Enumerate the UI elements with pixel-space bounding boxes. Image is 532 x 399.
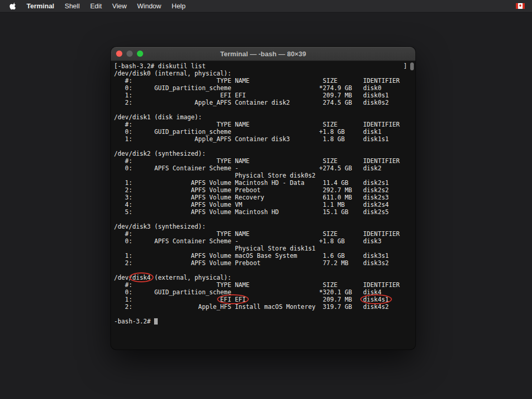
menu-bar: TerminalShellEditViewWindowHelp <box>0 0 532 13</box>
terminal-line: #: TYPE NAME SIZE IDENTIFIER <box>114 157 408 165</box>
terminal-line: 2: Apple_HFS Install macOS Monterey 319.… <box>114 303 408 310</box>
zoom-button[interactable] <box>137 51 143 57</box>
terminal-line: /dev/disk3 (synthesized): <box>114 223 408 230</box>
terminal-line: #: TYPE NAME SIZE IDENTIFIER <box>114 121 408 128</box>
terminal-line: Physical Store disk0s2 <box>114 172 408 179</box>
terminal-line: 0: APFS Container Scheme - +1.8 GB disk3 <box>114 238 408 245</box>
terminal-window: Terminal — -bash — 80×39 [-bash-3.2# dis… <box>111 47 415 350</box>
menu-item-help[interactable]: Help <box>167 0 191 13</box>
window-title: Terminal — -bash — 80×39 <box>111 50 415 58</box>
terminal-line <box>114 216 408 223</box>
menu-item-window[interactable]: Window <box>132 0 167 13</box>
terminal-line: #: TYPE NAME SIZE IDENTIFIER <box>114 77 408 84</box>
terminal-line: /dev/disk1 (disk image): <box>114 114 408 121</box>
terminal-cursor <box>154 318 158 325</box>
terminal-line: 1: EFI EFI 209.7 MB disk0s1 <box>114 92 408 99</box>
red-oval-annotation: EFI EFI <box>220 296 246 303</box>
terminal-line: 5: APFS Volume Macintosh HD 15.1 GB disk… <box>114 208 408 216</box>
terminal-title-bar[interactable]: Terminal — -bash — 80×39 <box>111 47 415 61</box>
red-oval-annotation: disk4s1 <box>363 296 389 303</box>
input-menu-canada-flag[interactable] <box>516 3 525 9</box>
scrollbar-track[interactable] <box>409 61 415 349</box>
terminal-line: [-bash-3.2# diskutil list ] <box>114 63 408 70</box>
terminal-line: 1: APFS Volume macOS Base System 1.6 GB … <box>114 252 408 259</box>
apple-menu[interactable] <box>9 2 17 10</box>
terminal-line: 2: Apple_APFS Container disk2 274.5 GB d… <box>114 99 408 106</box>
scrollbar-thumb[interactable] <box>410 63 414 70</box>
menu-item-shell[interactable]: Shell <box>59 0 85 13</box>
terminal-line: Physical Store disk1s1 <box>114 245 408 252</box>
terminal-line: 2: APFS Volume Preboot 77.2 MB disk3s2 <box>114 259 408 267</box>
terminal-line: 1: EFI EFI 209.7 MB disk4s1 <box>114 296 408 303</box>
terminal-content[interactable]: [-bash-3.2# diskutil list ]/dev/disk0 (i… <box>111 61 415 350</box>
terminal-line: 0: APFS Container Scheme - +274.5 GB dis… <box>114 165 408 172</box>
terminal-line: 1: Apple_APFS Container disk3 1.8 GB dis… <box>114 135 408 143</box>
terminal-line: 0: GUID_partition_scheme *320.1 GB disk4 <box>114 289 408 296</box>
red-oval-annotation: disk4 <box>132 274 150 281</box>
terminal-line: 1: APFS Volume Macintosh HD - Data 11.4 … <box>114 179 408 186</box>
apple-logo-icon <box>9 2 17 10</box>
close-button[interactable] <box>116 51 122 57</box>
menu-item-terminal[interactable]: Terminal <box>20 0 59 13</box>
terminal-line: /dev/disk0 (internal, physical): <box>114 70 408 77</box>
terminal-line: #: TYPE NAME SIZE IDENTIFIER <box>114 281 408 289</box>
menu-bar-items: TerminalShellEditViewWindowHelp <box>20 0 191 13</box>
terminal-line: /dev/disk4 (external, physical): <box>114 274 408 281</box>
terminal-line: 2: APFS Volume Preboot 292.7 MB disk2s2 <box>114 186 408 194</box>
traffic-lights <box>116 51 143 57</box>
terminal-line: 4: APFS Volume VM 1.1 MB disk2s4 <box>114 201 408 208</box>
terminal-line <box>114 267 408 274</box>
terminal-line: -bash-3.2# <box>114 318 408 325</box>
terminal-line: /dev/disk2 (synthesized): <box>114 150 408 157</box>
menu-item-edit[interactable]: Edit <box>85 0 107 13</box>
canada-flag-icon <box>516 3 525 9</box>
terminal-line: #: TYPE NAME SIZE IDENTIFIER <box>114 230 408 238</box>
menu-item-view[interactable]: View <box>107 0 132 13</box>
minimize-button[interactable] <box>126 51 133 57</box>
terminal-line <box>114 310 408 318</box>
terminal-line: 0: GUID_partition_scheme +1.8 GB disk1 <box>114 128 408 135</box>
terminal-line <box>114 106 408 114</box>
terminal-line: 3: APFS Volume Recovery 611.0 MB disk2s3 <box>114 194 408 201</box>
terminal-screen: [-bash-3.2# diskutil list ]/dev/disk0 (i… <box>114 63 408 325</box>
terminal-line <box>114 143 408 150</box>
terminal-line: 0: GUID_partition_scheme *274.9 GB disk0 <box>114 84 408 92</box>
